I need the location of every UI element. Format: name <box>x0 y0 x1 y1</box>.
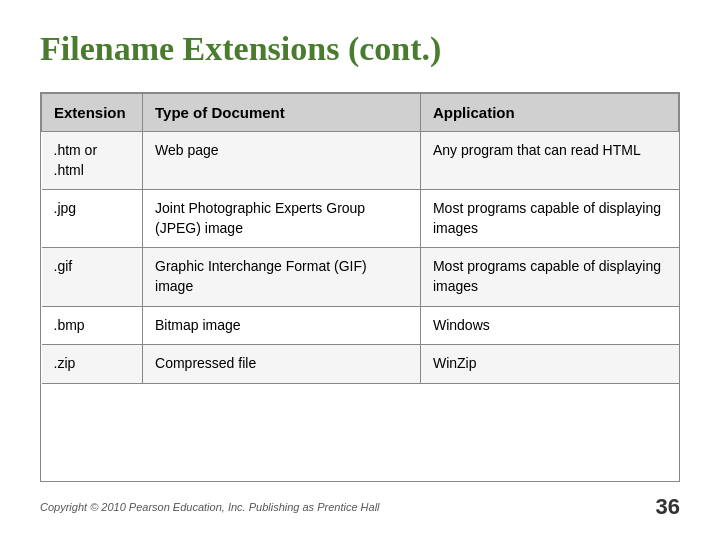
footer: Copyright © 2010 Pearson Education, Inc.… <box>40 494 680 520</box>
page-title: Filename Extensions (cont.) <box>40 30 680 68</box>
cell-application: Any program that can read HTML <box>420 132 678 190</box>
cell-application: Most programs capable of displaying imag… <box>420 190 678 248</box>
table-container: Extension Type of Document Application .… <box>40 92 680 482</box>
extensions-table: Extension Type of Document Application .… <box>41 93 679 384</box>
cell-application: WinZip <box>420 345 678 384</box>
cell-extension: .gif <box>42 248 143 306</box>
page-number: 36 <box>656 494 680 520</box>
table-row: .htm or .htmlWeb pageAny program that ca… <box>42 132 679 190</box>
cell-extension: .htm or .html <box>42 132 143 190</box>
cell-type: Graphic Interchange Format (GIF) image <box>143 248 421 306</box>
col-header-extension: Extension <box>42 94 143 132</box>
table-row: .bmpBitmap imageWindows <box>42 306 679 345</box>
cell-extension: .zip <box>42 345 143 384</box>
cell-extension: .jpg <box>42 190 143 248</box>
cell-application: Most programs capable of displaying imag… <box>420 248 678 306</box>
cell-extension: .bmp <box>42 306 143 345</box>
table-row: .zipCompressed fileWinZip <box>42 345 679 384</box>
cell-application: Windows <box>420 306 678 345</box>
col-header-type: Type of Document <box>143 94 421 132</box>
table-row: .jpgJoint Photographic Experts Group (JP… <box>42 190 679 248</box>
col-header-application: Application <box>420 94 678 132</box>
table-row: .gifGraphic Interchange Format (GIF) ima… <box>42 248 679 306</box>
cell-type: Compressed file <box>143 345 421 384</box>
cell-type: Bitmap image <box>143 306 421 345</box>
cell-type: Joint Photographic Experts Group (JPEG) … <box>143 190 421 248</box>
copyright-text: Copyright © 2010 Pearson Education, Inc.… <box>40 501 380 513</box>
table-header-row: Extension Type of Document Application <box>42 94 679 132</box>
cell-type: Web page <box>143 132 421 190</box>
page: Filename Extensions (cont.) Extension Ty… <box>0 0 720 540</box>
